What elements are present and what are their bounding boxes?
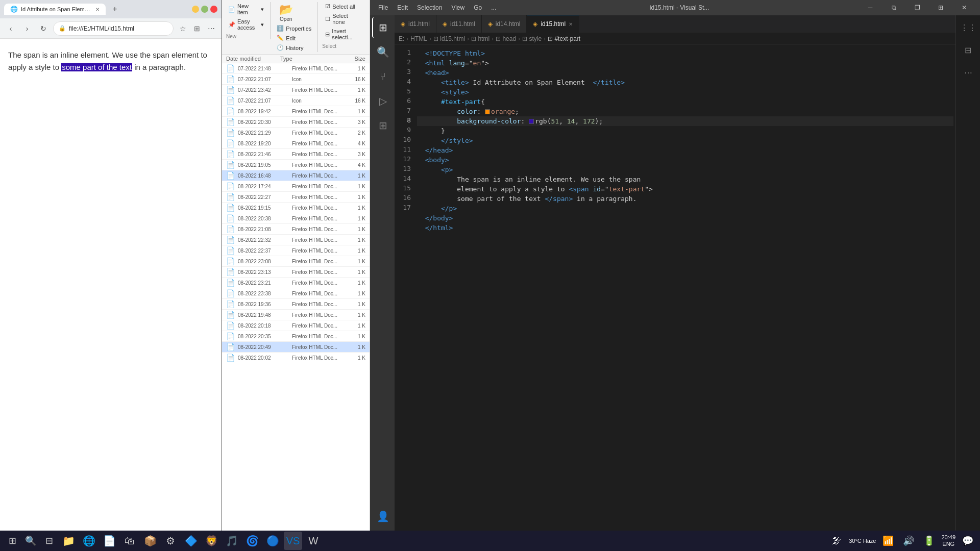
vscode-restore[interactable]: ⧉ bbox=[882, 0, 905, 15]
breadcrumb-file[interactable]: ⊡ id15.html bbox=[433, 35, 465, 42]
tab-close-button[interactable]: ✕ bbox=[569, 21, 573, 27]
list-item[interactable]: 📄 08-2022 23:08 Firefox HTML Doc... 1 K bbox=[222, 256, 370, 267]
taskbar-apps[interactable]: ⚙ bbox=[161, 532, 180, 550]
open-button[interactable]: 📂 Open bbox=[275, 2, 297, 23]
refresh-button[interactable]: ↻ bbox=[37, 22, 50, 35]
weather-icon[interactable]: 🌫 bbox=[828, 533, 845, 549]
list-item[interactable]: 📄 08-2022 19:36 Firefox HTML Doc... 1 K bbox=[222, 299, 370, 310]
select-none-button[interactable]: ☐ Select none bbox=[322, 12, 361, 26]
minimap-icon[interactable]: ⋮⋮ bbox=[958, 17, 978, 38]
menu-edit[interactable]: Edit bbox=[393, 3, 412, 12]
invert-selection-button[interactable]: ⊟ Invert selecti... bbox=[322, 27, 361, 41]
taskbar-spotify[interactable]: 🎵 bbox=[223, 532, 241, 550]
close-button[interactable]: ✕ bbox=[210, 6, 217, 13]
breadcrumb-html[interactable]: HTML bbox=[410, 35, 427, 42]
taskbar-word[interactable]: 📄 bbox=[100, 532, 118, 550]
list-item[interactable]: 📄 08-2022 23:13 Firefox HTML Doc... 1 K bbox=[222, 267, 370, 278]
menu-more[interactable]: ... bbox=[487, 3, 500, 12]
new-tab-button[interactable]: + bbox=[109, 3, 121, 15]
breadcrumb-html-tag[interactable]: ⊡ html bbox=[471, 35, 489, 42]
maximize-button[interactable]: □ bbox=[201, 6, 208, 13]
list-item[interactable]: 📄 08-2022 17:24 Firefox HTML Doc... 1 K bbox=[222, 181, 370, 192]
tab-id1[interactable]: ◈ id1.html bbox=[395, 15, 436, 33]
list-item[interactable]: 📄 08-2022 20:18 Firefox HTML Doc... 1 K bbox=[222, 320, 370, 331]
tab-id11[interactable]: ◈ id11.html bbox=[436, 15, 482, 33]
menu-selection[interactable]: Selection bbox=[413, 3, 446, 12]
select-all-button[interactable]: ☑ Select all bbox=[322, 2, 361, 11]
vscode-close[interactable]: ✕ bbox=[952, 0, 976, 15]
list-item[interactable]: 📄 07-2022 21:48 Firefox HTML Doc... 1 K bbox=[222, 63, 370, 74]
list-item[interactable]: 📄 08-2022 21:08 Firefox HTML Doc... 1 K bbox=[222, 224, 370, 235]
list-item[interactable]: 📄 08-2022 19:15 Firefox HTML Doc... 1 K bbox=[222, 203, 370, 213]
tab-id15[interactable]: ◈ id15.html ✕ bbox=[527, 15, 579, 33]
list-item[interactable]: 📄 07-2022 21:07 Icon 16 K bbox=[222, 74, 370, 85]
explorer-icon[interactable]: ⊞ bbox=[372, 17, 393, 38]
tab-id14[interactable]: ◈ id14.html bbox=[482, 15, 527, 33]
minimize-button[interactable]: − bbox=[192, 6, 199, 13]
vscode-tile1[interactable]: ❐ bbox=[905, 0, 929, 15]
list-item[interactable]: 📄 08-2022 21:46 Firefox HTML Doc... 3 K bbox=[222, 149, 370, 160]
address-bar[interactable]: 🔒 file:///E:/HTML/id15.html bbox=[53, 21, 174, 36]
system-tray-time[interactable]: 20:49 ENG bbox=[941, 534, 955, 547]
list-item[interactable]: 📄 08-2022 23:21 Firefox HTML Doc... 1 K bbox=[222, 278, 370, 288]
list-item[interactable]: 📄 08-2022 20:49 Firefox HTML Doc... 1 K bbox=[222, 342, 370, 353]
taskbar-edge[interactable]: 🌐 bbox=[80, 532, 98, 550]
taskbar-brave[interactable]: 🦁 bbox=[202, 532, 220, 550]
breadcrumb-selector[interactable]: ⊡ #text-part bbox=[548, 35, 580, 42]
vscode-tile2[interactable]: ⊞ bbox=[929, 0, 952, 15]
browser-tab-close[interactable]: ✕ bbox=[95, 7, 100, 12]
notification-icon[interactable]: 💬 bbox=[960, 533, 976, 549]
list-item[interactable]: 📄 08-2022 19:05 Firefox HTML Doc... 4 K bbox=[222, 160, 370, 170]
extensions-button[interactable]: ⊞ bbox=[191, 22, 203, 35]
taskbar-chrome[interactable]: 🔵 bbox=[263, 532, 282, 550]
new-item-button[interactable]: 📄 New item ▾ bbox=[226, 2, 266, 16]
list-item[interactable]: 📄 08-2022 23:38 Firefox HTML Doc... 1 K bbox=[222, 288, 370, 299]
breadcrumb-drive[interactable]: E: bbox=[399, 35, 404, 42]
list-item[interactable]: 📄 08-2022 19:20 Firefox HTML Doc... 4 K bbox=[222, 138, 370, 149]
code-editor[interactable]: <!DOCTYPE html> <html lang="en"> <head> … bbox=[415, 44, 955, 540]
bookmark-button[interactable]: ☆ bbox=[177, 22, 189, 35]
network-icon[interactable]: 📶 bbox=[880, 533, 896, 549]
list-item[interactable]: 📄 08-2022 20:30 Firefox HTML Doc... 3 K bbox=[222, 117, 370, 128]
taskbar-file-explorer[interactable]: 📁 bbox=[59, 532, 78, 550]
battery-icon[interactable]: 🔋 bbox=[921, 533, 937, 549]
debug-icon[interactable]: ▷ bbox=[372, 91, 393, 111]
list-item[interactable]: 📄 08-2022 21:29 Firefox HTML Doc... 2 K bbox=[222, 128, 370, 138]
list-item[interactable]: 📄 08-2022 20:35 Firefox HTML Doc... 1 K bbox=[222, 331, 370, 342]
list-item[interactable]: 📄 08-2022 20:38 Firefox HTML Doc... 1 K bbox=[222, 213, 370, 224]
list-item[interactable]: 📄 08-2022 22:27 Firefox HTML Doc... 1 K bbox=[222, 192, 370, 203]
menu-view[interactable]: View bbox=[447, 3, 469, 12]
list-item[interactable]: 📄 08-2022 22:37 Firefox HTML Doc... 1 K bbox=[222, 245, 370, 256]
taskbar-dropbox[interactable]: 📦 bbox=[141, 532, 159, 550]
menu-file[interactable]: File bbox=[374, 3, 392, 12]
vscode-minimize[interactable]: ─ bbox=[859, 0, 882, 15]
list-item[interactable]: 📄 07-2022 21:07 Icon 16 K bbox=[222, 95, 370, 106]
back-button[interactable]: ‹ bbox=[4, 22, 17, 35]
forward-button[interactable]: › bbox=[20, 22, 34, 35]
edit-button[interactable]: ✏️ Edit bbox=[275, 34, 313, 42]
list-item[interactable]: 📄 08-2022 16:48 Firefox HTML Doc... 1 K bbox=[222, 170, 370, 181]
breadcrumb-style[interactable]: ⊡ style bbox=[522, 35, 542, 42]
search-button[interactable]: 🔍 bbox=[22, 533, 39, 549]
taskbar-store[interactable]: 🛍 bbox=[120, 532, 139, 550]
list-item[interactable]: 📄 08-2022 20:02 Firefox HTML Doc... 1 K bbox=[222, 353, 370, 363]
taskbar-vscode[interactable]: VS bbox=[284, 532, 302, 550]
menu-go[interactable]: Go bbox=[470, 3, 486, 12]
account-icon[interactable]: 👤 bbox=[372, 506, 393, 527]
git-icon[interactable]: ⑂ bbox=[372, 66, 393, 87]
split-icon[interactable]: ⊟ bbox=[958, 40, 978, 60]
taskbar-teams[interactable]: 🌀 bbox=[243, 532, 261, 550]
properties-button[interactable]: ℹ️ Properties bbox=[275, 24, 313, 33]
search-icon[interactable]: 🔍 bbox=[372, 42, 393, 62]
list-item[interactable]: 📄 07-2022 23:42 Firefox HTML Doc... 1 K bbox=[222, 85, 370, 95]
start-button[interactable]: ⊞ bbox=[4, 533, 20, 549]
browser-tab[interactable]: 🌐 Id Attribute on Span Element ✕ bbox=[4, 4, 106, 15]
volume-icon[interactable]: 🔊 bbox=[900, 533, 917, 549]
more-icon[interactable]: ⋯ bbox=[958, 62, 978, 83]
menu-button[interactable]: ⋯ bbox=[205, 22, 217, 35]
extensions-icon[interactable]: ⊞ bbox=[372, 115, 393, 136]
task-view-button[interactable]: ⊟ bbox=[41, 533, 57, 549]
list-item[interactable]: 📄 08-2022 19:42 Firefox HTML Doc... 1 K bbox=[222, 106, 370, 117]
history-button[interactable]: 🕐 History bbox=[275, 43, 313, 52]
list-item[interactable]: 📄 08-2022 19:48 Firefox HTML Doc... 1 K bbox=[222, 310, 370, 320]
